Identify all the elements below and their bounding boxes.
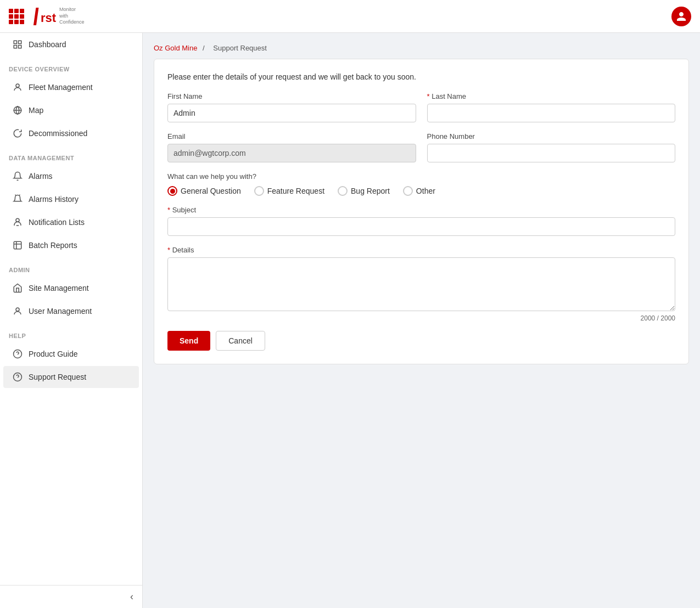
- phone-label: Phone Number: [427, 132, 676, 140]
- logo-subtext: MonitorwithConfidence: [59, 7, 85, 26]
- section-admin: ADMIN: [0, 257, 142, 277]
- sidebar-item-map-label: Map: [29, 106, 43, 115]
- guide-icon: [12, 348, 23, 359]
- subject-required: *: [167, 206, 170, 214]
- sidebar-item-user-management[interactable]: User Management: [3, 300, 139, 322]
- sidebar-item-fleet-management[interactable]: Fleet Management: [3, 76, 139, 98]
- sidebar-item-site-management[interactable]: Site Management: [3, 277, 139, 299]
- breadcrumb-site-link[interactable]: Oz Gold Mine: [154, 44, 197, 52]
- user-mgmt-icon: [12, 306, 23, 317]
- details-textarea[interactable]: [167, 257, 675, 311]
- details-label: * Details: [167, 246, 675, 254]
- notification-icon: [12, 217, 23, 228]
- sidebar-item-user-label: User Management: [29, 307, 92, 316]
- last-name-input[interactable]: [427, 104, 676, 122]
- first-name-input[interactable]: [167, 104, 416, 122]
- support-icon: [12, 371, 23, 382]
- form-intro-text: Please enter the details of your request…: [167, 72, 675, 81]
- sidebar-item-guide-label: Product Guide: [29, 350, 78, 358]
- sidebar-item-alarms-label: Alarms: [29, 172, 53, 181]
- radio-general-circle: [167, 186, 177, 196]
- email-label: Email: [167, 132, 416, 140]
- sidebar-item-batch-reports[interactable]: Batch Reports: [3, 234, 139, 256]
- sidebar-item-notification-label: Notification Lists: [29, 218, 85, 227]
- svg-rect-12: [14, 241, 21, 249]
- subject-label: * Subject: [167, 206, 675, 214]
- email-group: Email: [167, 132, 416, 162]
- svg-text:rst: rst: [41, 11, 57, 25]
- radio-bug-circle: [338, 186, 348, 196]
- phone-group: Phone Number: [427, 132, 676, 162]
- form-actions: Send Cancel: [167, 331, 675, 351]
- sidebar-item-map[interactable]: Map: [3, 99, 139, 121]
- radio-other-circle: [403, 186, 413, 196]
- last-name-group: * Last Name: [427, 92, 676, 122]
- svg-point-15: [16, 308, 19, 311]
- details-group: * Details: [167, 246, 675, 311]
- radio-feature-label: Feature Request: [267, 187, 324, 195]
- sidebar-item-decommissioned-label: Decommissioned: [29, 129, 87, 138]
- user-avatar[interactable]: [671, 7, 691, 26]
- subject-input[interactable]: [167, 217, 675, 236]
- subject-group: * Subject: [167, 206, 675, 236]
- site-icon: [12, 283, 23, 294]
- last-name-required: *: [427, 92, 430, 100]
- svg-rect-5: [19, 46, 21, 48]
- sidebar-item-support-label: Support Request: [29, 373, 86, 381]
- radio-general-label: General Question: [181, 187, 241, 195]
- support-request-card: Please enter the details of your request…: [154, 59, 689, 364]
- sidebar: Dashboard DEVICE OVERVIEW Fleet Manageme…: [0, 33, 143, 608]
- sidebar-item-batch-label: Batch Reports: [29, 241, 77, 250]
- first-name-label: First Name: [167, 92, 416, 100]
- radio-bug-report[interactable]: Bug Report: [338, 186, 390, 196]
- radio-feature-circle: [254, 186, 264, 196]
- map-icon: [12, 105, 23, 116]
- cancel-button[interactable]: Cancel: [216, 331, 265, 351]
- section-data-management: DATA MANAGEMENT: [0, 145, 142, 165]
- sidebar-item-alarms-history-label: Alarms History: [29, 195, 79, 204]
- collapse-sidebar-button[interactable]: ‹: [130, 591, 133, 603]
- radio-general-dot: [170, 189, 175, 194]
- grid-menu-icon[interactable]: [9, 9, 24, 24]
- breadcrumb-page: Support Request: [213, 44, 267, 52]
- decommissioned-icon: [12, 128, 23, 139]
- main-content: Oz Gold Mine / Support Request Please en…: [143, 33, 700, 608]
- char-count: 2000 / 2000: [167, 314, 675, 322]
- app-header: rst MonitorwithConfidence: [0, 0, 700, 33]
- name-row: First Name * Last Name: [167, 92, 675, 122]
- svg-rect-2: [14, 41, 16, 43]
- contact-row: Email Phone Number: [167, 132, 675, 162]
- sidebar-item-site-label: Site Management: [29, 284, 89, 292]
- sidebar-item-product-guide[interactable]: Product Guide: [3, 343, 139, 365]
- sidebar-item-notification-lists[interactable]: Notification Lists: [3, 211, 139, 233]
- email-input[interactable]: [167, 144, 416, 162]
- breadcrumb: Oz Gold Mine / Support Request: [154, 44, 689, 52]
- radio-feature-request[interactable]: Feature Request: [254, 186, 324, 196]
- radio-general-question[interactable]: General Question: [167, 186, 241, 196]
- sidebar-item-support-request[interactable]: Support Request: [3, 366, 139, 388]
- sidebar-item-decommissioned[interactable]: Decommissioned: [3, 122, 139, 144]
- svg-line-9: [19, 195, 20, 196]
- logo: rst MonitorwithConfidence: [32, 5, 85, 27]
- radio-other-label: Other: [416, 187, 435, 195]
- svg-rect-4: [14, 46, 16, 48]
- help-type-section: What can we help you with? General Quest…: [167, 172, 675, 196]
- radio-bug-label: Bug Report: [351, 187, 390, 195]
- send-button[interactable]: Send: [167, 331, 210, 351]
- sidebar-item-alarms-history[interactable]: Alarms History: [3, 188, 139, 210]
- sidebar-item-dashboard[interactable]: Dashboard: [3, 33, 139, 55]
- sidebar-item-alarms[interactable]: Alarms: [3, 165, 139, 187]
- details-required: *: [167, 246, 170, 254]
- body-wrap: Dashboard DEVICE OVERVIEW Fleet Manageme…: [0, 33, 700, 608]
- svg-point-6: [16, 84, 19, 87]
- sidebar-item-fleet-label: Fleet Management: [29, 83, 93, 92]
- svg-rect-0: [33, 8, 38, 25]
- help-type-label: What can we help you with?: [167, 172, 675, 181]
- phone-input[interactable]: [427, 144, 676, 162]
- svg-point-10: [16, 218, 19, 222]
- section-device-overview: DEVICE OVERVIEW: [0, 56, 142, 76]
- radio-other[interactable]: Other: [403, 186, 435, 196]
- header-left: rst MonitorwithConfidence: [9, 5, 85, 27]
- alarm-icon: [12, 171, 23, 182]
- breadcrumb-separator: /: [203, 44, 205, 52]
